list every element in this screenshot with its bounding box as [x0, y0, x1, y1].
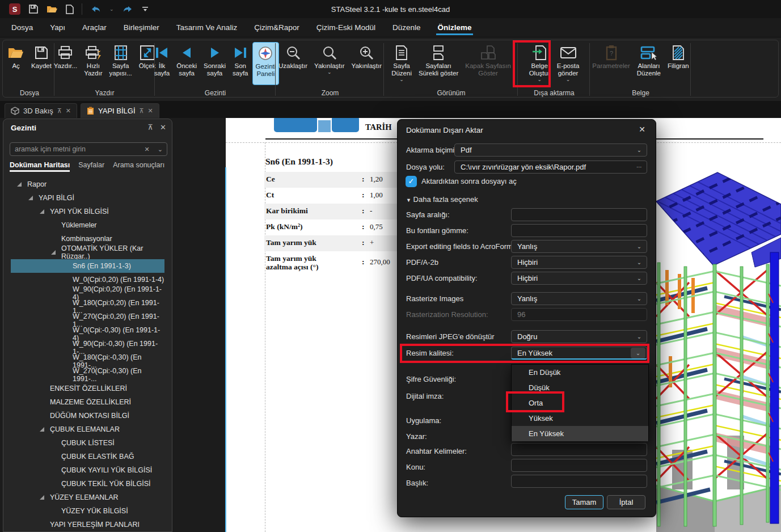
tree-item[interactable]: ÇUBUK YAYILI YÜK BİLGİSİ	[11, 463, 164, 477]
acroforms-combo[interactable]: Yanlış⌄	[511, 240, 647, 253]
next-page-button[interactable]: Sonraki sayfa	[201, 42, 229, 85]
expander-icon[interactable]	[28, 195, 39, 201]
tree-item[interactable]: Kombinasyonlar	[11, 232, 164, 246]
pdfua-combo[interactable]: Hiçbiri⌄	[511, 272, 647, 285]
tree-item[interactable]: ÇUBUK ELASTİK BAĞ	[11, 450, 164, 463]
pdfa-combo[interactable]: Hiçbiri⌄	[511, 256, 647, 269]
tree-item[interactable]: W_180(Cpi:-0,30) (En 1991-...	[11, 354, 164, 368]
menu-8[interactable]: Düzenle	[391, 18, 422, 37]
tree-item[interactable]: YAPI YERLEŞİM PLANLARI	[11, 518, 164, 531]
search-box[interactable]: ✕ ⌄	[10, 142, 167, 156]
expander-icon[interactable]	[39, 209, 50, 214]
more-options-expander[interactable]: ▼ Daha fazla seçenek	[406, 195, 478, 204]
chevron-down-icon[interactable]: ⌄	[154, 146, 167, 153]
tree-item[interactable]: W_0(Cpi:-0,30) (En 1991-1-4)	[11, 327, 164, 341]
tab-arama-sonuclari[interactable]: Arama sonuçları	[113, 161, 164, 172]
previous-page-button[interactable]: Önceki sayfa	[174, 42, 200, 85]
redo-icon[interactable]	[122, 5, 133, 14]
browse-ellipsis-icon[interactable]: ⋯	[632, 164, 647, 170]
tree-item[interactable]: W_90(Cpi:0,20) (En 1991-1-4)	[11, 286, 164, 300]
expander-icon[interactable]	[39, 495, 50, 500]
tree-item[interactable]: ÇUBUK LİSTESİ	[11, 436, 164, 450]
tree-item[interactable]: ÇUBUK ELEMANLAR	[11, 423, 164, 436]
watermark-button[interactable]: Filigran	[665, 42, 692, 85]
tree-item[interactable]: OTOMATİK YÜKLER (Kar Rüzgar..)	[11, 246, 164, 259]
tree-item[interactable]: YÜZEY ELEMANLAR	[11, 491, 164, 504]
save-icon[interactable]	[28, 4, 39, 14]
expander-icon[interactable]	[50, 250, 61, 255]
dropdown-item[interactable]: En Düşük	[512, 365, 648, 380]
send-email-button[interactable]: E-posta gönder ⌄	[554, 42, 582, 85]
menu-9[interactable]: Önizleme	[436, 18, 472, 37]
tree-item[interactable]: W_270(Cpi:-0,30) (En 1991-...	[11, 368, 164, 382]
tree-item[interactable]: W_270(Cpi:0,20) (En 1991-1...	[11, 314, 164, 327]
zoom-out-button[interactable]: Uzaklaştır	[276, 42, 310, 85]
ok-button[interactable]: Tamam	[565, 495, 603, 509]
search-input[interactable]	[10, 145, 141, 153]
page-setup-button[interactable]: Sayfa yapısı...	[107, 42, 135, 85]
open-after-checkbox[interactable]: ✓	[406, 176, 417, 187]
zoom-in-button[interactable]: Yakınlaştır	[349, 42, 385, 85]
dropdown-item[interactable]: En Yüksek	[512, 426, 648, 441]
expander-icon[interactable]	[16, 181, 27, 187]
format-combo[interactable]: Pdf ⌄	[454, 143, 647, 157]
menu-6[interactable]: Çizim&Rapor	[253, 18, 301, 37]
pin-icon[interactable]: ⊼	[57, 107, 62, 115]
dropdown-item[interactable]: Yüksek	[512, 411, 648, 426]
undo-dropdown-icon[interactable]: ⌄	[109, 6, 114, 12]
tab-sayfalar[interactable]: Sayfalar	[78, 161, 104, 172]
menu-5[interactable]: Tasarım Ve Analiz	[175, 18, 238, 37]
menu-3[interactable]: Araçlar	[81, 18, 108, 37]
open-folder-icon[interactable]	[47, 5, 58, 14]
menu-4[interactable]: Birleşimler	[123, 18, 161, 37]
tree-item[interactable]: W_180(Cpi:0,20) (En 1991-1...	[11, 300, 164, 314]
pin-icon[interactable]: ⊼	[148, 123, 154, 132]
first-page-button[interactable]: İlk sayfa	[151, 42, 173, 85]
new-document-icon[interactable]	[66, 5, 74, 14]
undo-icon[interactable]	[90, 5, 102, 14]
tree-item[interactable]: Yüklemeler	[11, 218, 164, 232]
zoom-button[interactable]: Yakınlaştır ⌄	[311, 42, 347, 85]
tree-item[interactable]: ENKESİT ÖZELLİKLERİ	[11, 382, 164, 395]
title-input[interactable]	[511, 475, 647, 488]
clear-search-icon[interactable]: ✕	[141, 146, 154, 153]
tree-item[interactable]: YÜZEY YÜK BİLGİSİ	[11, 504, 164, 518]
customize-toolbar-icon[interactable]	[141, 6, 149, 12]
jpeg-convert-combo[interactable]: Doğru⌄	[511, 330, 647, 343]
quick-print-button[interactable]: Hızlı Yazdır	[81, 42, 105, 85]
continuous-pages-button[interactable]: Sayfaları Sürekli göster	[416, 42, 461, 85]
close-icon[interactable]: ✕	[636, 125, 648, 134]
menu-1[interactable]: Dosya	[10, 18, 34, 37]
open-button[interactable]: Aç	[5, 42, 27, 85]
tab-yapi-bilgi[interactable]: YAPI BİLGİ ⊼ ✕	[81, 103, 159, 118]
keywords-input[interactable]	[511, 443, 647, 456]
tab-dokuman-haritasi[interactable]: Doküman Haritası	[10, 161, 70, 172]
tree-item[interactable]: ÇUBUK TEKİL YÜK BİLGİSİ	[11, 477, 164, 491]
rasterize-combo[interactable]: Yanlış⌄	[511, 292, 647, 305]
tree-item[interactable]: MALZEME ÖZELLİKLERİ	[11, 395, 164, 409]
tree-item[interactable]: Sn6 (En 1991-1-3)	[11, 259, 164, 273]
app-logo-icon[interactable]: S	[9, 3, 20, 15]
tree-item[interactable]: W_90(Cpi:-0,30) (En 1991-1-...	[11, 341, 164, 354]
close-icon[interactable]: ✕	[148, 107, 153, 115]
tab-3d-bakis[interactable]: 3D Bakış ⊼ ✕	[5, 103, 77, 118]
pin-icon[interactable]: ⊼	[140, 107, 144, 115]
subject-input[interactable]	[511, 459, 647, 472]
tree-item[interactable]: DÜĞÜM NOKTASI BİLGİ	[11, 409, 164, 423]
last-page-button[interactable]: Son sayfa	[230, 42, 251, 85]
page-range-input[interactable]	[511, 208, 647, 221]
tree-item[interactable]: W_0(Cpi:0,20) (En 1991-1-4)	[11, 273, 164, 286]
close-icon[interactable]: ✕	[66, 107, 71, 115]
menu-2[interactable]: Yapı	[49, 18, 66, 37]
cancel-button[interactable]: İptal	[607, 495, 645, 509]
tree-item[interactable]: YAPI BİLGİ	[11, 191, 164, 205]
print-button[interactable]: Yazdır...	[51, 42, 80, 85]
close-icon[interactable]: ✕	[160, 123, 166, 132]
tree-item[interactable]: YAPI YÜK BİLGİSİ	[11, 205, 164, 218]
embed-fonts-input[interactable]	[511, 224, 647, 237]
expander-icon[interactable]	[39, 427, 50, 432]
menu-7[interactable]: Çizim-Eski Modül	[315, 18, 377, 37]
tree-item[interactable]: Rapor	[11, 178, 164, 191]
edit-fields-button[interactable]: Alanları Düzenle	[634, 42, 664, 85]
path-input[interactable]: C:\ıvır zıvır\rüzgar yön eksik\Rapor.pdf…	[454, 161, 647, 174]
